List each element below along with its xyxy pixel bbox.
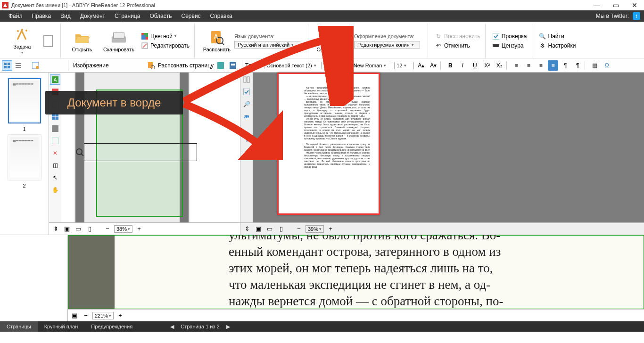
ltr-button[interactable]: ¶ [572, 60, 583, 71]
img-fit-button[interactable]: ▣ [62, 224, 72, 234]
font-shrink-button[interactable]: A▾ [428, 60, 438, 71]
txt-zoom-in-button[interactable]: + [326, 224, 335, 234]
insert-picture-button[interactable]: ▦ [589, 60, 600, 71]
settings-button[interactable]: ⚙Настройки [537, 41, 578, 50]
maximize-button[interactable]: ▭ [612, 1, 619, 9]
svg-rect-26 [16, 65, 21, 66]
txt-zoom-out-button[interactable]: − [294, 224, 304, 234]
img-fit-width-button[interactable]: ▭ [74, 224, 83, 234]
style-select[interactable]: Основной текст (2) [264, 62, 322, 69]
recognize-button[interactable]: A Распознать [199, 30, 234, 52]
open-button[interactable]: Открыть [66, 30, 99, 52]
closeup-zoom-in-button[interactable]: + [116, 311, 125, 320]
svg-rect-25 [16, 63, 21, 64]
img-actual-button[interactable]: ▯ [85, 224, 94, 234]
bold-button[interactable]: B [445, 60, 455, 71]
thumbnail-2[interactable]: ████ ████ ████ ████ ████ ████ ████ ████ [8, 135, 41, 180]
area-recognition-tool[interactable] [50, 136, 60, 146]
twitter-icon[interactable]: t [633, 12, 640, 20]
svg-text:A: A [214, 33, 218, 40]
insert-symbol-button[interactable]: Ω [602, 60, 612, 71]
status-tab-pages[interactable]: Страницы [0, 321, 38, 332]
color-mode-button[interactable]: Цветной ▾ [139, 32, 191, 41]
txt-zoom-select[interactable]: 39% [305, 225, 324, 233]
align-left-button[interactable]: ≡ [511, 60, 521, 71]
menu-document[interactable]: Документ [75, 10, 110, 22]
area-text-tool[interactable]: A [50, 74, 60, 85]
delete-area-tool[interactable]: ✕ [50, 148, 60, 158]
magnifier-icon[interactable] [75, 143, 84, 161]
txt-fit-button[interactable]: ▣ [254, 224, 263, 234]
lang-select[interactable]: Русский и английский [234, 41, 300, 49]
close-button[interactable]: ✕ [631, 1, 638, 9]
show-pilcrow-button[interactable]: ¶ [241, 134, 252, 144]
view-thumbnails-button[interactable] [2, 60, 12, 71]
censor-button[interactable]: Цензура [490, 41, 529, 50]
view-details-button[interactable] [13, 60, 24, 71]
underline-button[interactable]: U [470, 60, 480, 71]
txt-actual-button[interactable]: ▯ [276, 224, 286, 234]
rtl-button[interactable]: ¶ [560, 60, 570, 71]
closeup-zoom-select[interactable]: 221% [92, 312, 114, 319]
menu-file[interactable]: Файл [4, 10, 27, 22]
status-tab-closeup[interactable]: Крупный план [38, 321, 85, 332]
analyze-page-button[interactable] [215, 60, 226, 71]
text-canvas[interactable]: Хантер остановился на миг в сторонке, сл… [253, 73, 644, 222]
new-doc-button[interactable] [39, 33, 58, 49]
restore-button[interactable]: ↻Восстановить [433, 32, 482, 41]
page-props-button[interactable] [30, 60, 41, 71]
pointer-tool[interactable]: ↖ [50, 172, 60, 183]
img-nav-updown-button[interactable]: ⇕ [51, 224, 60, 234]
menu-page[interactable]: Страница [110, 10, 145, 22]
font-grow-button[interactable]: A▴ [416, 60, 426, 71]
find-button[interactable]: 🔍Найти [537, 32, 578, 41]
italic-button[interactable]: I [457, 60, 468, 71]
font-size-select[interactable]: 12 [394, 62, 414, 69]
superscript-button[interactable]: X² [482, 60, 492, 71]
task-button[interactable]: Задача ▾ [6, 27, 39, 55]
align-center-button[interactable]: ≡ [523, 60, 534, 71]
status-tab-warnings[interactable]: Предупреждения [84, 321, 139, 332]
edit-image-button[interactable]: Редактировать [139, 41, 191, 50]
scan-button[interactable]: Сканировать [99, 30, 139, 52]
text-verify-button[interactable] [241, 87, 252, 97]
page-prev-button[interactable]: ◀ [167, 324, 177, 330]
font-select[interactable]: Times New Roman [336, 62, 392, 69]
menu-view[interactable]: Вид [56, 10, 75, 22]
recognized-document: Хантер остановился на миг в сторонке, сл… [277, 73, 380, 215]
closeup-zoom-out-button[interactable]: − [81, 311, 91, 320]
eraser-tool[interactable]: ◫ [50, 160, 60, 171]
subscript-button[interactable]: X₂ [494, 60, 504, 71]
close-up-image[interactable]: ультиматумы, не было против кого сражать… [68, 235, 644, 309]
txt-fit-width-button[interactable]: ▭ [265, 224, 274, 234]
page-next-button[interactable]: ▶ [223, 324, 233, 330]
img-zoom-select[interactable]: 38% [114, 225, 132, 233]
page-indicator: Страница 1 из 2 [177, 321, 223, 332]
menu-area[interactable]: Область [145, 10, 176, 22]
recognize-page-button[interactable] [146, 60, 156, 71]
layout-select[interactable]: Редактируемая копия [354, 41, 420, 49]
menu-help[interactable]: Справка [206, 10, 237, 22]
hand-tool[interactable]: ✋ [50, 185, 60, 195]
img-zoom-in-button[interactable]: + [134, 224, 144, 234]
verify-button[interactable]: Проверка [490, 32, 529, 41]
txt-nav-updown-button[interactable]: ⇕ [242, 224, 252, 234]
close-up-pane: ультиматумы, не было против кого сражать… [0, 235, 644, 321]
magnifier-frame[interactable] [84, 143, 197, 161]
style-icon[interactable]: A [323, 60, 334, 71]
img-zoom-out-button[interactable]: − [103, 224, 112, 234]
minimize-button[interactable]: ― [593, 1, 601, 9]
thumbnail-1[interactable]: ████ ████ ████ ████ ████ ████ ████ ████ [8, 78, 41, 123]
menu-service[interactable]: Сервис [177, 10, 206, 22]
save-word-button[interactable]: W Сохранить [313, 30, 346, 52]
align-justify-button[interactable]: ≡ [548, 60, 558, 71]
align-right-button[interactable]: ≡ [536, 60, 546, 71]
text-find-button[interactable]: 🔎 [241, 99, 252, 109]
menu-edit[interactable]: Правка [27, 10, 56, 22]
closeup-mode-button[interactable]: ▣ [70, 311, 79, 320]
area-barcode-tool[interactable] [50, 123, 60, 134]
text-image-sync-button[interactable] [241, 74, 252, 85]
image-pane-save-button[interactable] [228, 60, 238, 71]
text-dict-button[interactable]: æ [241, 111, 252, 122]
undo-button[interactable]: ↶Отменить [433, 41, 482, 50]
